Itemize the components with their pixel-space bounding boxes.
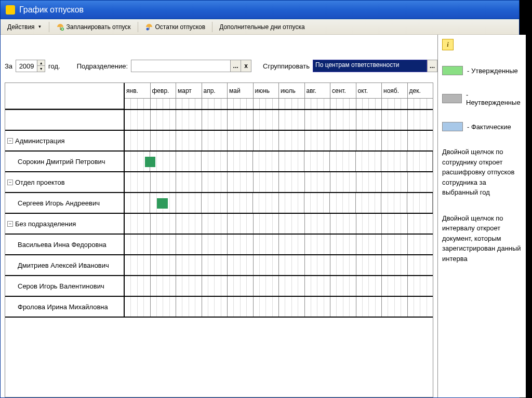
timeline-cell[interactable]: [125, 235, 433, 254]
row-name-cell[interactable]: Дмитриев Алексей Иванович: [5, 255, 125, 275]
info-icon[interactable]: i: [442, 39, 454, 50]
person-row[interactable]: Фролова Ирина Михайловна: [5, 297, 433, 318]
row-label: Серов Игорь Валентинович: [18, 282, 104, 290]
tick-group: [305, 99, 331, 109]
gantt-chart: янв.февр.мартапр.майиюньиюльавг.сент.окт…: [5, 83, 433, 397]
month-header-cell: апр.: [202, 83, 228, 98]
swatch-approved: [442, 66, 463, 75]
row-label: Фролова Ирина Михайловна: [18, 303, 108, 311]
row-name-cell[interactable]: −Отдел проектов: [5, 172, 125, 192]
additional-days-button[interactable]: Дополнительные дни отпуска: [215, 21, 309, 33]
gantt-body[interactable]: −АдминистрацияСорокин Дмитрий Петрович−О…: [5, 110, 433, 397]
legend-approved-label: - Утвержденные: [467, 67, 518, 75]
chevron-down-icon: ▼: [38, 24, 42, 29]
tick-group: [330, 99, 356, 109]
month-header-cell: июль: [279, 83, 305, 98]
row-label: Администрация: [15, 137, 65, 145]
legend-unapproved: - Неутвержденные: [442, 91, 522, 106]
months-header: янв.февр.мартапр.майиюньиюльавг.сент.окт…: [125, 83, 433, 99]
window-title: График отпусков: [19, 5, 84, 15]
separator: [212, 22, 212, 32]
month-header-cell: янв.: [125, 83, 151, 98]
legend-unapproved-label: - Неутвержденные: [466, 91, 522, 106]
person-row[interactable]: Серов Игорь Валентинович: [5, 276, 433, 297]
umbrella-person-icon: [145, 23, 153, 31]
group-row[interactable]: −Отдел проектов: [5, 172, 433, 193]
dept-clear-button[interactable]: x: [241, 60, 251, 72]
group-select[interactable]: По центрам ответственности: [313, 60, 427, 72]
timeline-cell[interactable]: [125, 131, 433, 150]
timeline-cell[interactable]: [125, 297, 433, 317]
month-header-cell: май: [228, 83, 254, 98]
dept-input[interactable]: [131, 60, 230, 72]
group-select-button[interactable]: ...: [427, 60, 437, 72]
month-header-cell: сент.: [330, 83, 356, 98]
timeline-cell[interactable]: [125, 193, 433, 213]
row-name-cell[interactable]: Сорокин Дмитрий Петрович: [5, 152, 125, 171]
row-label: Сергеев Игорь Андреевич: [18, 199, 100, 207]
umbrella-plus-icon: [56, 23, 64, 31]
row-label: Сорокин Дмитрий Петрович: [18, 158, 105, 166]
row-label: Отдел проектов: [15, 179, 65, 186]
group-label: Сгруппировать: [263, 62, 310, 70]
spacer-row: [5, 110, 433, 131]
plan-vacation-button[interactable]: Запланировать отпуск: [51, 21, 136, 33]
row-name-cell[interactable]: Сергеев Игорь Андреевич: [5, 193, 125, 213]
for-label: За: [5, 62, 12, 70]
actions-menu-button[interactable]: Действия ▼: [3, 21, 47, 33]
legend-actual-label: - Фактические: [467, 123, 511, 131]
vacation-balance-button[interactable]: Остатки отпусков: [140, 21, 210, 33]
timeline-cell[interactable]: [125, 214, 433, 234]
row-name-cell[interactable]: Фролова Ирина Михайловна: [5, 297, 125, 317]
collapse-button[interactable]: −: [7, 221, 13, 227]
svg-point-1: [146, 28, 149, 30]
timeline-cell[interactable]: [125, 152, 433, 171]
tick-group: [125, 99, 151, 109]
person-row[interactable]: Сорокин Дмитрий Петрович: [5, 152, 433, 172]
year-suffix: год.: [48, 62, 60, 70]
name-column-header: [5, 83, 124, 109]
legend-actual: - Фактические: [442, 122, 522, 131]
collapse-button[interactable]: −: [7, 138, 13, 144]
month-header-cell: авг.: [305, 83, 331, 98]
main-window: График отпусков Действия ▼ Запланировать…: [0, 0, 520, 398]
vacation-bar[interactable]: [145, 157, 156, 167]
row-name-cell[interactable]: −Администрация: [5, 131, 125, 150]
month-header-cell: июнь: [254, 83, 280, 98]
vacation-bar[interactable]: [157, 198, 168, 209]
person-row[interactable]: Васильева Инна Федоровна: [5, 235, 433, 255]
tick-group: [408, 99, 433, 109]
row-name-cell[interactable]: Серов Игорь Валентинович: [5, 276, 125, 296]
timeline-cell[interactable]: [125, 110, 433, 130]
help-text-1: Двойной щелчок по сотруднику откроет рас…: [442, 147, 522, 198]
separator: [138, 22, 138, 32]
year-spinner[interactable]: ▲ ▼: [16, 60, 45, 72]
month-header-cell: дек.: [408, 83, 433, 98]
row-name-cell[interactable]: Васильева Инна Федоровна: [5, 235, 125, 254]
filter-row: За ▲ ▼ год. Подразделение: ... x С: [5, 39, 437, 83]
timeline-cell[interactable]: [125, 255, 433, 275]
legend-approved: - Утвержденные: [442, 66, 522, 75]
side-panel: i - Утвержденные - Неутвержденные - Факт…: [437, 35, 526, 397]
year-down-button[interactable]: ▼: [37, 66, 45, 72]
separator: [49, 22, 49, 32]
row-label: Дмитриев Алексей Иванович: [18, 262, 109, 269]
plan-vacation-label: Запланировать отпуск: [66, 23, 131, 31]
row-name-cell[interactable]: −Без подразделения: [5, 214, 125, 234]
month-header-cell: нояб.: [382, 83, 408, 98]
swatch-unapproved: [442, 94, 462, 103]
vacation-balance-label: Остатки отпусков: [155, 23, 206, 31]
group-row[interactable]: −Администрация: [5, 131, 433, 152]
group-row[interactable]: −Без подразделения: [5, 214, 433, 235]
timeline-cell[interactable]: [125, 172, 433, 192]
person-row[interactable]: Сергеев Игорь Андреевич: [5, 193, 433, 214]
year-up-button[interactable]: ▲: [37, 60, 45, 66]
person-row[interactable]: Дмитриев Алексей Иванович: [5, 255, 433, 276]
timeline-cell[interactable]: [125, 276, 433, 296]
dept-select-button[interactable]: ...: [230, 60, 241, 72]
actions-label: Действия: [7, 23, 35, 31]
row-label: Васильева Инна Федоровна: [18, 241, 107, 249]
month-header-cell: февр.: [151, 83, 177, 98]
year-input[interactable]: [16, 62, 37, 70]
collapse-button[interactable]: −: [7, 180, 13, 185]
